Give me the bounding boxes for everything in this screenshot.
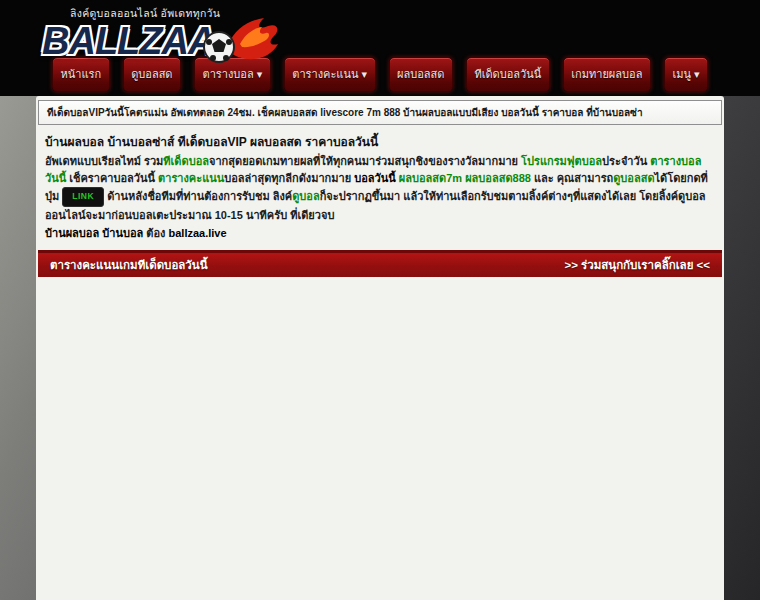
intro-link[interactable]: ผลบอลสด7m [399, 172, 462, 184]
logo[interactable]: ลิงค์ดูบอลออนไลน์ อัพเดททุกวัน BALLZAA [42, 5, 272, 61]
logo-title: BALLZAA [42, 20, 214, 63]
footer-text: ต้อง [143, 227, 168, 239]
nav-item-6[interactable]: ทีเด็ดบอลวันนี้ [466, 57, 550, 92]
intro-link[interactable]: ดูบอลสด [613, 172, 654, 184]
intro-text: และ คุณสามารถ [531, 172, 613, 184]
seo-tagline-box: ทีเด็ดบอลVIPวันนี้โคตรแม่น อัพเดทตลอด 24… [38, 100, 722, 125]
intro-link[interactable]: โปรแกรมฟุตบอล [521, 155, 602, 167]
page: ลิงค์ดูบอลออนไลน์ อัพเดททุกวัน BALLZAA ห… [0, 0, 760, 600]
nav-item-7[interactable]: เกมทายผลบอล [563, 57, 651, 92]
link-button[interactable]: LINK [62, 187, 104, 207]
intro-link[interactable]: ทีเด็ดบอล [163, 155, 209, 167]
footer-text: บ้านผลบอล บ้านบอล [45, 227, 143, 239]
site-header: ลิงค์ดูบอลออนไลน์ อัพเดททุกวัน BALLZAA ห… [0, 0, 760, 96]
scoreboard-header: ตารางคะแนนเกมทีเด็ดบอลวันนี้ >> ร่วมสนุก… [38, 250, 722, 277]
scoreboard-cta-link[interactable]: >> ร่วมสนุกกับเราคลิ๊กเลย << [564, 256, 710, 274]
intro-text: จากสุดยอดเกมทายผลที่ให้ทุกคนมาร่วมสนุกชิ… [209, 155, 521, 167]
intro-paragraph: อัพเดทแบบเรียลไทม์ รวมทีเด็ดบอลจากสุดยอด… [45, 153, 715, 224]
intro-link[interactable]: ผลบอลสด888 [465, 172, 531, 184]
soccer-ball-icon [202, 30, 236, 64]
page-title: บ้านผลบอล บ้านบอลซ่าส์ ทีเด็ดบอลVIP ผลบอ… [45, 132, 715, 151]
content-panel: ทีเด็ดบอลVIPวันนี้โคตรแม่น อัพเดทตลอด 24… [36, 96, 724, 600]
intro-footer: บ้านผลบอล บ้านบอล ต้อง ballzaa.live [45, 224, 715, 242]
scoreboard-title: ตารางคะแนนเกมทีเด็ดบอลวันนี้ [50, 256, 208, 274]
intro-link[interactable]: ตารางคะแนน [158, 172, 224, 184]
intro-text: บอลล่าสุดทุกลีกดังมากมาย [224, 172, 354, 184]
nav-item-4[interactable]: ตารางคะแนน ▾ [284, 57, 376, 92]
intro-text: ด้านหลังชื่อทีมที่ท่านต้องการรับชม ลิงค์ [104, 190, 292, 202]
nav-item-8[interactable]: เมนู ▾ [664, 57, 708, 92]
intro-text: อัพเดทแบบเรียลไทม์ รวม [45, 155, 163, 167]
footer-text: ballzaa.live [169, 227, 227, 239]
intro-text: ประจำวัน [602, 155, 650, 167]
nav-item-5[interactable]: ผลบอลสด [389, 57, 453, 92]
intro-link[interactable]: ดูบอล [292, 190, 319, 202]
intro-text: เช็คราคาบอลวันนี้ [66, 172, 158, 184]
intro-text: บอลวันนี้ [354, 172, 396, 184]
